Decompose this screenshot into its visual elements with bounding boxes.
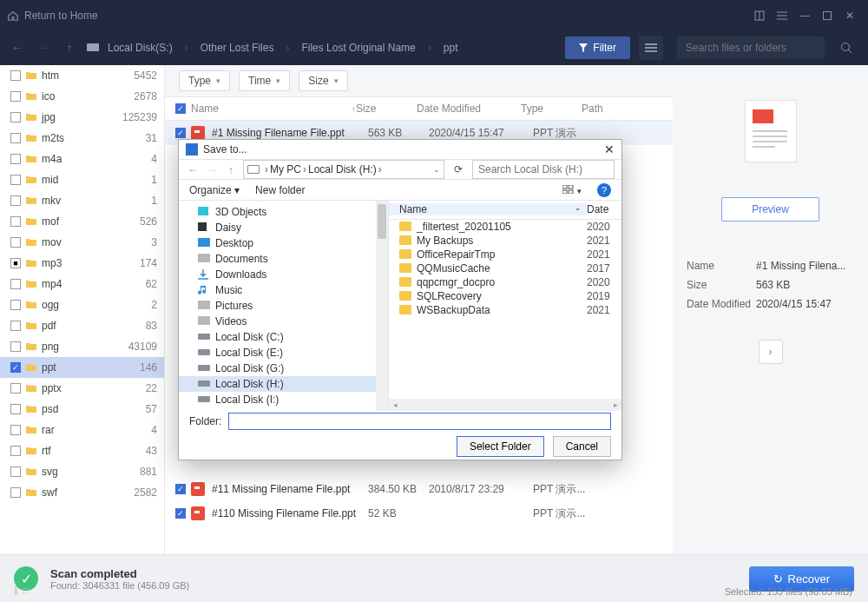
col-path[interactable]: Path <box>582 103 673 115</box>
checkbox[interactable] <box>10 404 21 414</box>
col-type[interactable]: Type <box>521 103 582 115</box>
col-date[interactable]: Date Modified <box>417 103 521 115</box>
folder-icon <box>26 134 36 142</box>
sidebar-item-mov[interactable]: mov 3 <box>0 232 164 253</box>
file-row[interactable]: ✓ #1 Missing Filename File.ppt 563 KB 20… <box>165 121 673 145</box>
sidebar-item-label: mof <box>42 215 59 228</box>
sidebar-item-count: 125239 <box>122 111 157 123</box>
navbar: ← → ↑ Local Disk(S:) › Other Lost Files … <box>0 30 868 65</box>
checkbox[interactable] <box>10 383 21 394</box>
file-checkbox[interactable]: ✓ <box>175 128 186 138</box>
checkbox[interactable] <box>10 216 21 227</box>
sidebar-item-ico[interactable]: ico 2678 <box>0 86 164 107</box>
checkbox[interactable] <box>10 321 21 331</box>
file-size: 52 KB <box>368 507 429 519</box>
checkbox[interactable] <box>10 70 21 81</box>
file-checkbox[interactable]: ✓ <box>175 484 186 494</box>
folder-icon <box>26 447 36 455</box>
sidebar-item-psd[interactable]: psd 57 <box>0 399 164 420</box>
nav-forward-icon[interactable]: → <box>35 41 52 55</box>
nav-up-icon[interactable]: ↑ <box>61 41 78 55</box>
checkbox[interactable] <box>10 487 21 498</box>
sidebar-item-label: swf <box>42 486 57 499</box>
maximize-button[interactable] <box>816 4 838 27</box>
checkbox[interactable] <box>10 175 21 185</box>
sidebar-item-svg[interactable]: svg 881 <box>0 461 164 482</box>
checkbox[interactable] <box>10 425 21 435</box>
sidebar-item-mid[interactable]: mid 1 <box>0 169 164 190</box>
col-name[interactable]: Name <box>191 103 219 115</box>
next-page-button[interactable]: › <box>759 340 783 364</box>
search-input[interactable] <box>677 36 825 59</box>
return-home-link[interactable]: Return to Home <box>24 10 98 22</box>
layout-icon[interactable] <box>748 4 771 27</box>
checkbox[interactable] <box>10 154 21 164</box>
checkbox[interactable] <box>10 91 21 102</box>
crumb-1[interactable]: Other Lost Files <box>201 42 274 54</box>
view-list-icon[interactable] <box>639 36 663 60</box>
info-date-k: Date Modified <box>687 298 756 310</box>
checkbox[interactable] <box>10 112 21 122</box>
crumb-2[interactable]: Files Lost Original Name <box>301 42 415 54</box>
sidebar: htm 5452 ico 2678 jpg 125239 m2ts 31 m4a… <box>0 65 165 554</box>
sidebar-item-pptx[interactable]: pptx 22 <box>0 378 164 399</box>
minimize-button[interactable]: — <box>793 4 816 27</box>
sidebar-item-mp4[interactable]: mp4 62 <box>0 274 164 294</box>
checkbox[interactable] <box>10 341 21 352</box>
sidebar-item-png[interactable]: png 43109 <box>0 336 164 357</box>
checkbox[interactable] <box>10 133 21 143</box>
sidebar-item-count: 146 <box>140 361 157 374</box>
crumb-3[interactable]: ppt <box>444 42 458 54</box>
filter-label: Filter <box>593 42 616 54</box>
file-row[interactable]: ✓ #110 Missing Filename File.ppt 52 KB P… <box>165 501 673 526</box>
sidebar-item-label: svg <box>42 466 58 478</box>
playback-controls[interactable]: ‖ □ <box>14 585 29 595</box>
sidebar-item-label: pptx <box>42 382 62 394</box>
sidebar-item-htm[interactable]: htm 5452 <box>0 65 164 86</box>
checkbox[interactable] <box>10 237 21 248</box>
menu-icon[interactable] <box>771 4 793 27</box>
sidebar-item-pdf[interactable]: pdf 83 <box>0 315 164 336</box>
sidebar-item-label: mkv <box>42 195 61 207</box>
folder-icon <box>26 155 36 163</box>
titlebar: Return to Home — ✕ <box>0 0 868 30</box>
checkbox[interactable]: ■ <box>10 258 21 268</box>
sidebar-item-mp3[interactable]: ■ mp3 174 <box>0 253 164 274</box>
type-dropdown[interactable]: Type <box>179 70 230 91</box>
preview-button[interactable]: Preview <box>721 197 819 222</box>
filter-button[interactable]: Filter <box>565 36 630 59</box>
checkbox[interactable] <box>10 446 21 456</box>
selected-info: Selected: 153 files (90.63 MB) <box>725 586 852 597</box>
sidebar-item-m4a[interactable]: m4a 4 <box>0 149 164 169</box>
sidebar-item-mkv[interactable]: mkv 1 <box>0 190 164 211</box>
sidebar-item-rar[interactable]: rar 4 <box>0 420 164 440</box>
sidebar-item-m2ts[interactable]: m2ts 31 <box>0 128 164 149</box>
checkbox[interactable] <box>10 300 21 310</box>
file-checkbox[interactable]: ✓ <box>175 508 186 519</box>
select-all-checkbox[interactable]: ✓ <box>175 103 186 114</box>
sidebar-item-swf[interactable]: swf 2582 <box>0 482 164 503</box>
sidebar-item-count: 526 <box>140 215 157 228</box>
close-button[interactable]: ✕ <box>838 4 861 27</box>
nav-back-icon[interactable]: ← <box>9 41 26 55</box>
sidebar-item-ogg[interactable]: ogg 2 <box>0 294 164 315</box>
content: Type Time Size ✓ Name↑ Size Date Modifie… <box>165 65 673 554</box>
sidebar-item-mof[interactable]: mof 526 <box>0 211 164 232</box>
preview-thumbnail <box>745 100 797 162</box>
search-icon[interactable] <box>833 42 859 54</box>
sidebar-item-ppt[interactable]: ✓ ppt 146 <box>0 357 164 378</box>
checkbox[interactable] <box>10 279 21 289</box>
sidebar-item-label: rtf <box>42 445 51 457</box>
checkbox[interactable] <box>10 195 21 206</box>
sidebar-item-jpg[interactable]: jpg 125239 <box>0 107 164 128</box>
checkbox[interactable]: ✓ <box>10 362 21 373</box>
time-dropdown[interactable]: Time <box>239 70 290 91</box>
file-row[interactable]: ✓ #11 Missing Filename File.ppt 384.50 K… <box>165 477 673 501</box>
col-size[interactable]: Size <box>356 103 417 115</box>
sidebar-item-rtf[interactable]: rtf 43 <box>0 440 164 461</box>
crumb-disk[interactable]: Local Disk(S:) <box>108 42 173 54</box>
home-icon[interactable] <box>7 10 19 22</box>
checkbox[interactable] <box>10 466 21 477</box>
size-dropdown[interactable]: Size <box>299 70 347 91</box>
sidebar-item-count: 2 <box>151 299 157 311</box>
